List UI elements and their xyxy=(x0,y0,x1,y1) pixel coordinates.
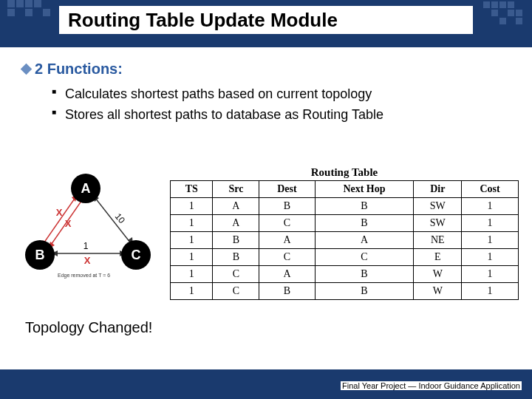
table-cell: 1 xyxy=(462,283,519,300)
svg-rect-10 xyxy=(508,1,514,8)
table-cell: B xyxy=(315,283,414,300)
table-cell: W xyxy=(414,266,462,283)
edge-x-label: X xyxy=(65,218,72,229)
svg-rect-5 xyxy=(25,9,33,16)
table-cell: 1 xyxy=(462,215,519,232)
svg-rect-0 xyxy=(7,0,15,7)
table-cell: C xyxy=(213,283,259,300)
table-cell: 1 xyxy=(171,266,213,283)
table-header: Dir xyxy=(414,181,462,198)
svg-rect-3 xyxy=(34,0,41,7)
edge-weight-label: 1 xyxy=(83,241,89,251)
decor-squares-right xyxy=(483,1,528,34)
table-cell: A xyxy=(315,232,414,249)
content-area: 2 Functions: Calculates shortest paths b… xyxy=(0,47,532,124)
routing-table: TS Src Dest Next Hop Dir Cost 1ABBSW11AC… xyxy=(170,180,519,300)
table-cell: 1 xyxy=(462,198,519,215)
table-cell: B xyxy=(259,198,315,215)
table-cell: NE xyxy=(414,232,462,249)
table-row: 1CABW1 xyxy=(171,266,519,283)
node-label: C xyxy=(132,248,141,262)
figure-row: X X 10 1 X A B C Edge removed at T = 6 R… xyxy=(0,166,532,300)
table-cell: C xyxy=(259,249,315,266)
table-header: TS xyxy=(171,181,213,198)
table-cell: 1 xyxy=(462,249,519,266)
table-cell: E xyxy=(414,249,462,266)
table-cell: B xyxy=(213,232,259,249)
heading-text: 2 Functions: xyxy=(35,61,123,77)
edge-x-label: X xyxy=(56,207,63,218)
table-cell: B xyxy=(315,266,414,283)
topology-changed-label: Topology Changed! xyxy=(25,319,152,336)
diamond-bullet-icon xyxy=(21,64,33,75)
bullet-item: Calculates shortest paths based on curre… xyxy=(52,85,510,103)
svg-rect-4 xyxy=(7,9,15,16)
table-row: 1ABBSW1 xyxy=(171,198,519,215)
graph-note: Edge removed at T = 6 xyxy=(58,273,110,279)
table-cell: A xyxy=(213,215,259,232)
edge-x-label: X xyxy=(84,255,91,266)
table-cell: A xyxy=(213,198,259,215)
table-cell: A xyxy=(259,232,315,249)
svg-rect-8 xyxy=(491,1,498,8)
table-header: Next Hop xyxy=(315,181,414,198)
table-cell: B xyxy=(213,249,259,266)
table-row: 1ACBSW1 xyxy=(171,215,519,232)
svg-rect-2 xyxy=(25,0,33,7)
table-cell: 1 xyxy=(171,283,213,300)
decor-squares-left xyxy=(7,0,59,25)
table-cell: SW xyxy=(414,215,462,232)
table-cell: B xyxy=(315,198,414,215)
routing-table-wrap: Routing Table TS Src Dest Next Hop Dir C… xyxy=(170,166,532,300)
node-label: A xyxy=(81,181,91,196)
svg-rect-11 xyxy=(491,10,498,16)
table-cell: C xyxy=(315,249,414,266)
section-heading: 2 Functions: xyxy=(22,61,510,78)
table-cell: 1 xyxy=(171,215,213,232)
svg-rect-1 xyxy=(16,0,24,7)
footer-text: Final Year Project — Indoor Guidance App… xyxy=(341,381,522,390)
table-cell: 1 xyxy=(462,266,519,283)
svg-line-16 xyxy=(41,194,78,248)
table-cell: 1 xyxy=(171,232,213,249)
table-row: 1BCCE1 xyxy=(171,249,519,266)
table-cell: 1 xyxy=(171,249,213,266)
svg-rect-14 xyxy=(499,18,506,24)
bullet-list: Calculates shortest paths based on curre… xyxy=(52,85,510,124)
svg-line-22 xyxy=(92,194,133,246)
svg-rect-12 xyxy=(508,10,514,16)
table-cell: C xyxy=(259,215,315,232)
table-cell: C xyxy=(213,266,259,283)
table-header: Src xyxy=(213,181,259,198)
svg-rect-13 xyxy=(516,10,522,16)
svg-rect-7 xyxy=(483,1,490,8)
table-cell: B xyxy=(259,283,315,300)
table-cell: B xyxy=(315,215,414,232)
table-header: Cost xyxy=(462,181,519,198)
table-title: Routing Table xyxy=(170,166,519,179)
table-header-row: TS Src Dest Next Hop Dir Cost xyxy=(171,181,519,198)
bullet-item: Stores all shortest paths to database as… xyxy=(52,106,510,123)
table-cell: A xyxy=(259,266,315,283)
svg-rect-9 xyxy=(499,1,506,8)
svg-rect-6 xyxy=(43,9,50,16)
graph-figure: X X 10 1 X A B C Edge removed at T = 6 xyxy=(0,166,170,300)
title-bar: Routing Table Update Module xyxy=(0,0,532,47)
slide-title: Routing Table Update Module xyxy=(59,6,473,34)
node-label: B xyxy=(35,248,45,262)
table-cell: 1 xyxy=(171,198,213,215)
svg-rect-15 xyxy=(516,18,522,24)
table-row: 1BAANE1 xyxy=(171,232,519,249)
table-header: Dest xyxy=(259,181,315,198)
table-row: 1CBBW1 xyxy=(171,283,519,300)
table-cell: 1 xyxy=(462,232,519,249)
table-cell: SW xyxy=(414,198,462,215)
table-cell: W xyxy=(414,283,462,300)
